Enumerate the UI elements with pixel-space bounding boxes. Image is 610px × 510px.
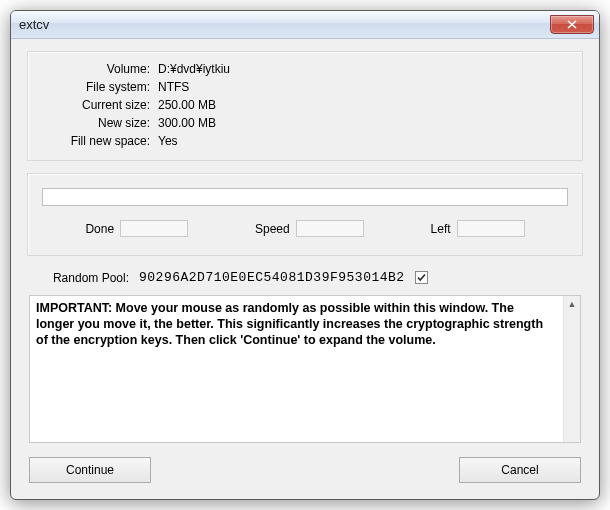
button-row: Continue Cancel xyxy=(27,457,583,483)
new-size-label: New size: xyxy=(42,116,150,130)
titlebar: extcv xyxy=(11,11,599,39)
progress-bar xyxy=(42,188,568,206)
filesystem-value: NTFS xyxy=(158,80,568,94)
random-pool-value: 90296A2D710E0EC54081D39F953014B2 xyxy=(139,270,405,285)
instructions-text: IMPORTANT: Move your mouse as randomly a… xyxy=(36,300,574,348)
window: extcv Volume: D:¥dvd¥iytkiu File system:… xyxy=(10,10,600,500)
speed-value xyxy=(296,220,364,237)
filesystem-label: File system: xyxy=(42,80,150,94)
left-value xyxy=(457,220,525,237)
fill-space-label: Fill new space: xyxy=(42,134,150,148)
window-title: extcv xyxy=(19,17,550,32)
volume-info-group: Volume: D:¥dvd¥iytkiu File system: NTFS … xyxy=(27,51,583,161)
progress-group: Done Speed Left xyxy=(27,173,583,256)
current-size-label: Current size: xyxy=(42,98,150,112)
random-pool-label: Random Pool: xyxy=(31,271,139,285)
random-pool-checkbox[interactable] xyxy=(415,271,428,284)
close-icon xyxy=(567,20,577,29)
done-value xyxy=(120,220,188,237)
left-label: Left xyxy=(431,222,451,236)
content-area: Volume: D:¥dvd¥iytkiu File system: NTFS … xyxy=(11,39,599,499)
close-button[interactable] xyxy=(550,15,594,34)
volume-label: Volume: xyxy=(42,62,150,76)
instructions-box: IMPORTANT: Move your mouse as randomly a… xyxy=(29,295,581,443)
done-label: Done xyxy=(85,222,114,236)
continue-button[interactable]: Continue xyxy=(29,457,151,483)
new-size-value: 300.00 MB xyxy=(158,116,568,130)
scrollbar[interactable]: ▲ xyxy=(563,296,580,442)
fill-space-value: Yes xyxy=(158,134,568,148)
checkmark-icon xyxy=(416,272,427,283)
speed-label: Speed xyxy=(255,222,290,236)
volume-value: D:¥dvd¥iytkiu xyxy=(158,62,568,76)
random-pool-row: Random Pool: 90296A2D710E0EC54081D39F953… xyxy=(31,270,579,285)
cancel-button[interactable]: Cancel xyxy=(459,457,581,483)
current-size-value: 250.00 MB xyxy=(158,98,568,112)
scroll-up-icon[interactable]: ▲ xyxy=(564,296,580,313)
